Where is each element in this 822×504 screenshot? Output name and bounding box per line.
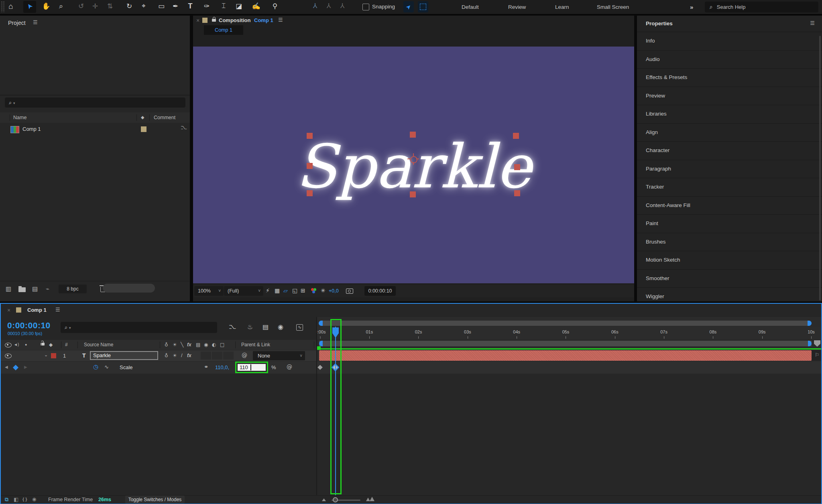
time-ruler[interactable]: 0:00s01s02s03s04s05s06s07s08s09s10s (317, 327, 821, 340)
add-keyframe-icon[interactable] (13, 365, 18, 370)
selection-handle[interactable] (307, 163, 313, 169)
scale-label[interactable]: Scale (120, 364, 133, 370)
selection-handle[interactable] (307, 190, 313, 196)
project-menu-icon[interactable]: ☰ (33, 20, 38, 25)
brush-tool-icon[interactable]: ✑ (201, 2, 212, 10)
pan-camera-tool-icon[interactable]: ✛ (90, 2, 100, 10)
dolly-camera-tool-icon[interactable]: ⇅ (105, 2, 115, 10)
bit-depth-button[interactable]: 8 bpc (59, 285, 87, 293)
properties-item[interactable]: Paint (637, 214, 822, 233)
parent-dropdown[interactable]: None ˅ (253, 351, 305, 360)
properties-item[interactable]: Smoother (637, 269, 822, 288)
next-keyframe-icon[interactable]: ▶ (24, 365, 27, 369)
exposure-icon[interactable]: ✳ (321, 288, 326, 293)
home-icon[interactable]: ⌂ (6, 2, 16, 11)
timeline-tab[interactable]: Comp 1 (27, 307, 47, 313)
properties-item[interactable]: Tracker (637, 178, 822, 196)
roto-brush-tool-icon[interactable]: ✍ (251, 2, 261, 10)
comp-marker-bin-icon[interactable] (814, 340, 820, 347)
rotation-tool-icon[interactable]: ↻ (124, 2, 134, 10)
timeline-navigator-bar[interactable] (319, 321, 812, 326)
parent-pick-whip-icon[interactable]: @ (242, 352, 247, 358)
new-folder-icon[interactable] (18, 287, 26, 292)
column-parent-link[interactable]: Parent & Link (241, 342, 270, 348)
properties-item[interactable]: Effects & Presets (637, 68, 822, 87)
column-comment[interactable]: Comment (154, 112, 175, 123)
pen-tool-icon[interactable]: ✒ (170, 2, 181, 10)
workspace-tab-small-screen[interactable]: Small Screen (597, 0, 629, 14)
navigator-start-handle[interactable] (319, 321, 323, 326)
workspace-tab-review[interactable]: Review (508, 0, 526, 14)
project-row-comp1[interactable]: Comp 1 ⌥ (0, 123, 190, 136)
help-search-input[interactable]: ⌕Search Help (705, 2, 818, 12)
properties-item[interactable]: Paragraph (637, 160, 822, 178)
grid-guides-icon[interactable]: ⊞ (301, 288, 305, 293)
project-search-input[interactable]: ⌕ ▾ (5, 98, 185, 108)
canvas-text[interactable]: Sparkle (296, 132, 532, 201)
layer-fx-switch[interactable]: fx (187, 353, 191, 358)
layer-collapse-switch[interactable]: ☀ (173, 353, 177, 358)
layer-name-box[interactable]: Sparkle (90, 351, 158, 360)
comp-tab[interactable]: Comp 1 (204, 25, 243, 35)
layer-visibility-icon[interactable] (5, 354, 12, 358)
workspace-tab-default[interactable]: Default (462, 0, 479, 14)
snapshot-icon[interactable] (346, 289, 353, 294)
property-pick-whip-icon[interactable]: @ (287, 364, 292, 370)
search-dropdown-icon[interactable]: ▾ (13, 101, 15, 105)
draft-3d-icon[interactable]: ♨ (247, 324, 253, 330)
motion-blur-icon[interactable]: ◉ (278, 324, 283, 330)
column-name[interactable]: Name (13, 112, 26, 123)
properties-item[interactable]: Motion Sketch (637, 251, 822, 269)
project-settings-icon[interactable]: ⌁ (46, 286, 49, 292)
stopwatch-icon[interactable]: ◷ (93, 364, 98, 370)
timeline-empty-area[interactable] (317, 374, 821, 495)
graph-editor-icon[interactable]: ∿ (296, 324, 303, 331)
transparency-grid-icon[interactable]: ▦ (275, 288, 280, 293)
properties-scrollbar[interactable] (819, 36, 821, 301)
layer-row[interactable]: ⌄ 1 T Sparkle ♁ ☀ / fx @ None ˅ (1, 350, 316, 361)
layer-switch-cell[interactable] (201, 352, 211, 360)
current-timecode[interactable]: 0:00:00:10 (7, 321, 51, 330)
label-column-icon[interactable]: ◆ (141, 115, 144, 120)
marker-flag-icon[interactable]: ⚐ (815, 352, 820, 358)
navigator-end-handle[interactable] (808, 321, 812, 326)
label-color-swatch[interactable] (141, 126, 146, 132)
toolbar-grip[interactable] (3, 2, 4, 12)
properties-item[interactable]: Preview (637, 87, 822, 105)
selection-handle[interactable] (410, 191, 416, 197)
workspace-overflow-icon[interactable]: » (690, 0, 693, 14)
interpret-footage-icon[interactable]: ▥ (6, 286, 11, 292)
timeline-graph-area[interactable]: 0:00s01s02s03s04s05s06s07s08s09s10s (317, 317, 821, 495)
pan-behind-tool-icon[interactable]: ⌖ (138, 2, 149, 10)
selection-handle[interactable] (513, 133, 519, 139)
eraser-tool-icon[interactable]: ◪ (234, 2, 244, 10)
timeline-menu-icon[interactable]: ☰ (55, 307, 60, 312)
exposure-value[interactable]: +0,0 (329, 288, 339, 294)
in-out-pane-icon[interactable]: { } (22, 497, 27, 502)
scale-value-input[interactable]: 110 (238, 364, 266, 371)
layer-duration-bar[interactable] (319, 350, 812, 361)
zoom-out-mountain-icon[interactable] (322, 498, 326, 501)
graph-toggle-icon[interactable]: ∿ (104, 364, 109, 370)
properties-item[interactable]: Wiggler (637, 287, 822, 301)
workspace-tab-learn[interactable]: Learn (555, 0, 569, 14)
link-dimensions-icon[interactable]: ⚭ (204, 364, 209, 370)
zoom-tool-icon[interactable]: ⌕ (56, 2, 66, 10)
composition-viewport[interactable]: Sparkle (193, 47, 634, 283)
scale-property-row[interactable]: ◀ ▶ ◷ ∿ Scale ⚭ 110,0, 110 % @ (1, 362, 316, 374)
column-source-name[interactable]: Source Name (84, 342, 113, 348)
close-icon[interactable]: × (196, 17, 199, 24)
flowchart-icon[interactable]: ⌥ (181, 125, 187, 131)
type-tool-icon[interactable]: T (185, 2, 195, 10)
project-footer-scrollbar[interactable] (103, 284, 155, 293)
anchor-point-icon[interactable] (410, 156, 417, 163)
layer-label-swatch[interactable] (51, 353, 56, 358)
snapping-checkbox[interactable] (362, 4, 369, 10)
local-axis-mode-icon[interactable]: Y (310, 1, 320, 9)
properties-item[interactable]: Audio (637, 50, 822, 69)
project-item-name[interactable]: Comp 1 (22, 126, 41, 132)
magnification-dropdown[interactable]: 100%˅ (194, 286, 224, 296)
previous-keyframe-icon[interactable]: ◀ (5, 365, 8, 369)
work-area-bar[interactable] (319, 341, 812, 346)
close-icon[interactable]: × (7, 307, 10, 313)
